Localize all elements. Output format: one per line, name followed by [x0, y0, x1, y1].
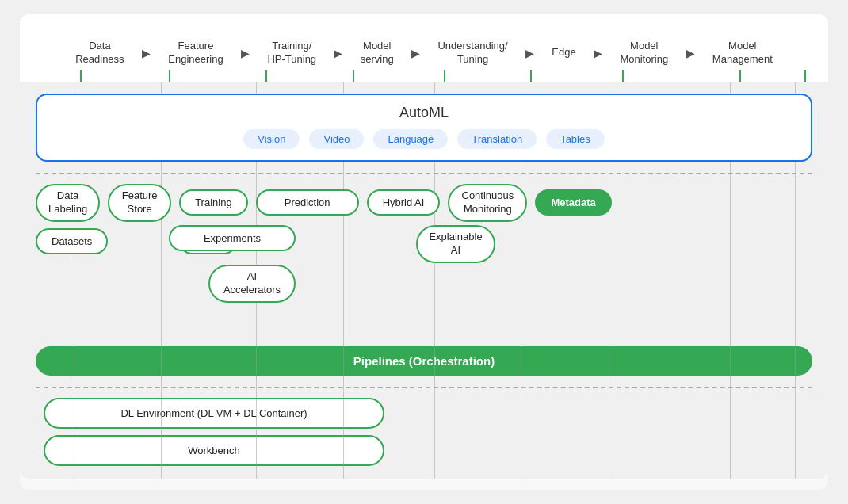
automl-title: AutoML — [52, 105, 796, 121]
pipeline-bar: DataReadiness ▶ FeatureEngineering ▶ Tra… — [44, 25, 804, 67]
pipelines-bar: Pipelines (Orchestration) — [36, 346, 812, 376]
pill-hybrid-ai: Hybrid AI — [367, 189, 441, 216]
pipeline-step-model-management: ModelManagement — [712, 40, 773, 67]
main-container: DataReadiness ▶ FeatureEngineering ▶ Tra… — [20, 14, 828, 490]
pill-experiments: Experiments — [169, 225, 296, 251]
chip-vision: Vision — [243, 129, 300, 149]
pipeline-step-data-readiness: DataReadiness — [75, 40, 124, 67]
pipeline-step-model-monitoring: ModelMonitoring — [620, 40, 668, 67]
pill-feature-store: FeatureStore — [108, 184, 171, 222]
chip-tables: Tables — [546, 129, 605, 149]
bottom-section: DL Environment (DL VM + DL Container) Wo… — [36, 398, 812, 466]
dashed-divider-bottom — [36, 387, 812, 388]
pill-datasets: Datasets — [36, 228, 108, 254]
pipeline-step-feature-engineering: FeatureEngineering — [168, 40, 223, 67]
automl-chips: Vision Video Language Translation Tables — [52, 129, 796, 149]
chip-video: Video — [309, 129, 364, 149]
pill-prediction: Prediction — [256, 189, 359, 216]
pipeline-header: DataReadiness ▶ FeatureEngineering ▶ Tra… — [20, 14, 828, 82]
diagram-area: AutoML Vision Video Language Translation… — [20, 82, 828, 479]
chip-translation: Translation — [457, 129, 537, 149]
arrow-5: ▶ — [525, 47, 534, 59]
arrow-3: ▶ — [334, 47, 342, 59]
pipeline-step-understanding: Understanding/Tuning — [437, 40, 507, 67]
arrow-2: ▶ — [241, 47, 250, 59]
arrow-6: ▶ — [594, 47, 602, 59]
automl-box: AutoML Vision Video Language Translation… — [36, 94, 812, 162]
pill-metadata: Metadata — [535, 189, 611, 216]
pipeline-step-model-serving: Modelserving — [361, 40, 394, 67]
arrow-7: ▶ — [686, 47, 695, 59]
pill-data-labeling: DataLabeling — [36, 184, 100, 222]
pill-dl-environment: DL Environment (DL VM + DL Container) — [44, 398, 384, 429]
dashed-divider-top — [36, 173, 812, 174]
pill-ai-accelerators: AIAccelerators — [208, 265, 296, 303]
pill-training: Training — [179, 189, 247, 216]
pipeline-step-edge: Edge — [552, 46, 575, 59]
pill-continuous-monitoring: ContinuousMonitoring — [448, 184, 527, 222]
pill-explainable-ai: ExplainableAI — [416, 225, 495, 263]
pill-workbench: Workbench — [44, 435, 384, 466]
arrow-4: ▶ — [411, 47, 420, 59]
arrow-1: ▶ — [142, 47, 151, 59]
pipeline-step-training: Training/HP-Tuning — [267, 40, 316, 67]
chip-language: Language — [373, 129, 448, 149]
